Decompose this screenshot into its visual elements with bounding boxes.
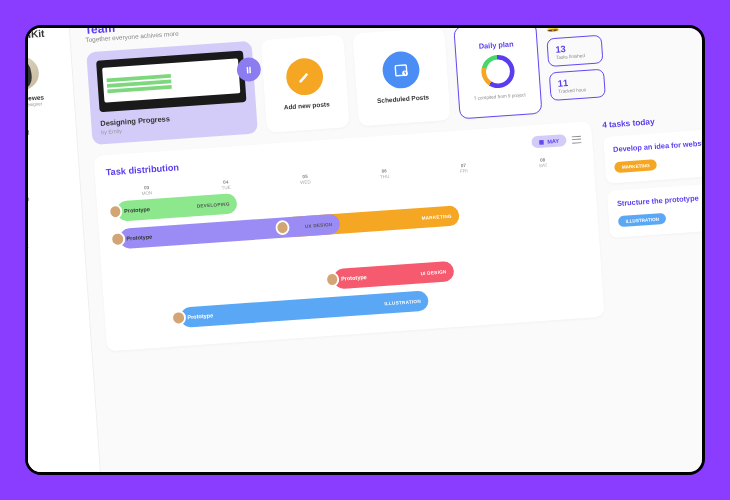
month-button[interactable]: ▦ MAY (531, 134, 567, 148)
task-tag: ILLUSTRATION (618, 213, 667, 227)
calendar-icon (381, 50, 420, 89)
profile-role: Creative Designer (25, 99, 71, 111)
calendar-small-icon: ▦ (539, 138, 545, 145)
task-card[interactable]: Develop an idea for website 3 days MARKE… (603, 125, 705, 183)
profile[interactable]: Jacob Dewes Creative Designer (25, 41, 75, 124)
hero-thumbnail (96, 51, 246, 113)
main-content: Team Together everyone achives more II D… (69, 25, 705, 475)
nav-support[interactable]: Support (25, 232, 84, 256)
task-card[interactable]: Structure the prototype 14 days ILLUSTRA… (607, 180, 705, 238)
stat-tasks: 13 Tasks finished (546, 35, 603, 67)
stat-column: 🔔 13 Tasks finished 11 Tracked hous (545, 25, 607, 113)
mid-row: Task distribution ▦ MAY 03MON 04TUE 05WE… (93, 109, 705, 352)
hero-card[interactable]: II Designing Progress by Emily (86, 41, 258, 145)
gantt-bar[interactable]: PrototypeDEVELOPING (108, 193, 238, 222)
gantt-bar[interactable]: PrototypeILLUSTRATION (171, 290, 429, 328)
dist-title: Task distribution (105, 162, 179, 177)
tasks-panel: 4 tasks today VIEW ALL Develop an idea f… (602, 109, 705, 316)
daily-plan-card[interactable]: Daily plan 7 compited from 9 project (453, 25, 542, 119)
tasks-title: 4 tasks today (602, 117, 655, 130)
gantt-bar[interactable]: PrototypeUI DESIGN (325, 261, 455, 290)
scheduled-posts-card[interactable]: Scheduled Posts (352, 27, 450, 126)
nav: Dashboard Users Products Team Schedule T… (25, 117, 85, 260)
bell-icon[interactable]: 🔔 (545, 25, 564, 33)
pause-button[interactable]: II (236, 57, 262, 83)
menu-icon[interactable] (572, 135, 582, 143)
add-posts-card[interactable]: Add new posts (261, 34, 350, 132)
donut-chart (480, 54, 515, 89)
stat-hours: 11 Tracked hous (549, 69, 606, 101)
task-tag: MARKETING (614, 159, 657, 173)
task-distribution: Task distribution ▦ MAY 03MON 04TUE 05WE… (93, 121, 604, 351)
avatar (25, 56, 39, 91)
gantt-chart: PrototypeDEVELOPING PrototypeMARKETING P… (108, 169, 593, 340)
edit-icon (285, 57, 324, 96)
app-window: DashboardKit Jacob Dewes Creative Design… (25, 25, 705, 475)
